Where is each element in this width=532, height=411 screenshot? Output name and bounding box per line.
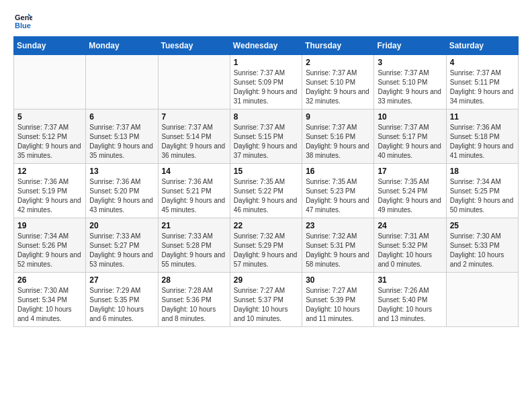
weekday-header-monday: Monday xyxy=(86,37,158,55)
calendar-cell: 5Sunrise: 7:37 AM Sunset: 5:12 PM Daylig… xyxy=(14,109,86,164)
calendar-cell: 9Sunrise: 7:37 AM Sunset: 5:16 PM Daylig… xyxy=(302,109,374,164)
day-info: Sunrise: 7:30 AM Sunset: 5:33 PM Dayligh… xyxy=(450,232,515,269)
day-number: 15 xyxy=(234,167,298,176)
calendar-cell: 11Sunrise: 7:36 AM Sunset: 5:18 PM Dayli… xyxy=(446,109,518,164)
day-info: Sunrise: 7:35 AM Sunset: 5:23 PM Dayligh… xyxy=(306,177,370,215)
day-number: 21 xyxy=(162,221,226,230)
day-info: Sunrise: 7:35 AM Sunset: 5:22 PM Dayligh… xyxy=(234,177,298,215)
calendar-cell xyxy=(14,55,86,109)
weekday-header-thursday: Thursday xyxy=(302,37,374,55)
day-number: 29 xyxy=(234,275,298,285)
calendar-cell: 7Sunrise: 7:37 AM Sunset: 5:14 PM Daylig… xyxy=(158,109,230,164)
day-number: 16 xyxy=(306,167,370,176)
svg-text:Blue: Blue xyxy=(15,21,31,30)
calendar-cell: 27Sunrise: 7:29 AM Sunset: 5:35 PM Dayli… xyxy=(86,273,158,327)
day-info: Sunrise: 7:34 AM Sunset: 5:26 PM Dayligh… xyxy=(17,232,82,269)
logo: General Blue xyxy=(13,11,34,30)
day-info: Sunrise: 7:30 AM Sunset: 5:34 PM Dayligh… xyxy=(17,286,82,324)
day-number: 2 xyxy=(306,58,370,67)
calendar-cell: 25Sunrise: 7:30 AM Sunset: 5:33 PM Dayli… xyxy=(446,218,518,273)
day-info: Sunrise: 7:27 AM Sunset: 5:37 PM Dayligh… xyxy=(234,286,298,324)
day-number: 26 xyxy=(17,275,82,285)
calendar-cell: 23Sunrise: 7:32 AM Sunset: 5:31 PM Dayli… xyxy=(302,218,374,273)
calendar-cell: 29Sunrise: 7:27 AM Sunset: 5:37 PM Dayli… xyxy=(230,273,302,327)
day-info: Sunrise: 7:37 AM Sunset: 5:10 PM Dayligh… xyxy=(378,68,442,106)
calendar-cell: 26Sunrise: 7:30 AM Sunset: 5:34 PM Dayli… xyxy=(14,273,86,327)
day-info: Sunrise: 7:33 AM Sunset: 5:27 PM Dayligh… xyxy=(89,232,154,269)
day-number: 1 xyxy=(234,58,298,67)
weekday-header-saturday: Saturday xyxy=(446,37,518,55)
day-number: 13 xyxy=(89,167,154,176)
day-number: 9 xyxy=(306,112,370,122)
day-number: 22 xyxy=(234,221,298,230)
page-header: General Blue xyxy=(13,11,519,30)
day-number: 24 xyxy=(378,221,442,230)
weekday-header-row: SundayMondayTuesdayWednesdayThursdayFrid… xyxy=(14,37,519,55)
day-info: Sunrise: 7:36 AM Sunset: 5:21 PM Dayligh… xyxy=(162,177,226,215)
day-info: Sunrise: 7:36 AM Sunset: 5:19 PM Dayligh… xyxy=(17,177,82,215)
calendar-cell: 31Sunrise: 7:26 AM Sunset: 5:40 PM Dayli… xyxy=(374,273,446,327)
calendar-table: SundayMondayTuesdayWednesdayThursdayFrid… xyxy=(13,36,519,327)
day-number: 28 xyxy=(162,275,226,285)
calendar-cell: 18Sunrise: 7:34 AM Sunset: 5:25 PM Dayli… xyxy=(446,164,518,218)
day-info: Sunrise: 7:34 AM Sunset: 5:25 PM Dayligh… xyxy=(450,177,515,215)
logo-icon: General Blue xyxy=(13,11,32,30)
calendar-cell xyxy=(446,273,518,327)
day-info: Sunrise: 7:33 AM Sunset: 5:28 PM Dayligh… xyxy=(162,232,226,269)
calendar-week-4: 19Sunrise: 7:34 AM Sunset: 5:26 PM Dayli… xyxy=(14,218,519,273)
day-info: Sunrise: 7:37 AM Sunset: 5:10 PM Dayligh… xyxy=(306,68,370,106)
day-number: 20 xyxy=(89,221,154,230)
day-info: Sunrise: 7:37 AM Sunset: 5:11 PM Dayligh… xyxy=(450,68,515,106)
day-number: 23 xyxy=(306,221,370,230)
calendar-cell: 17Sunrise: 7:35 AM Sunset: 5:24 PM Dayli… xyxy=(374,164,446,218)
day-info: Sunrise: 7:37 AM Sunset: 5:15 PM Dayligh… xyxy=(234,123,298,161)
calendar-cell: 4Sunrise: 7:37 AM Sunset: 5:11 PM Daylig… xyxy=(446,55,518,109)
day-number: 12 xyxy=(17,167,82,176)
day-info: Sunrise: 7:37 AM Sunset: 5:14 PM Dayligh… xyxy=(162,123,226,161)
day-number: 4 xyxy=(450,58,515,67)
calendar-week-2: 5Sunrise: 7:37 AM Sunset: 5:12 PM Daylig… xyxy=(14,109,519,164)
calendar-cell: 14Sunrise: 7:36 AM Sunset: 5:21 PM Dayli… xyxy=(158,164,230,218)
svg-text:General: General xyxy=(15,13,32,21)
calendar-cell: 15Sunrise: 7:35 AM Sunset: 5:22 PM Dayli… xyxy=(230,164,302,218)
calendar-cell: 10Sunrise: 7:37 AM Sunset: 5:17 PM Dayli… xyxy=(374,109,446,164)
day-number: 3 xyxy=(378,58,442,67)
weekday-header-tuesday: Tuesday xyxy=(158,37,230,55)
calendar-cell: 19Sunrise: 7:34 AM Sunset: 5:26 PM Dayli… xyxy=(14,218,86,273)
day-number: 10 xyxy=(378,112,442,122)
calendar-cell: 12Sunrise: 7:36 AM Sunset: 5:19 PM Dayli… xyxy=(14,164,86,218)
day-number: 18 xyxy=(450,167,515,176)
calendar-cell xyxy=(86,55,158,109)
weekday-header-wednesday: Wednesday xyxy=(230,37,302,55)
day-info: Sunrise: 7:37 AM Sunset: 5:17 PM Dayligh… xyxy=(378,123,442,161)
day-number: 14 xyxy=(162,167,226,176)
calendar-week-1: 1Sunrise: 7:37 AM Sunset: 5:09 PM Daylig… xyxy=(14,55,519,109)
day-info: Sunrise: 7:37 AM Sunset: 5:09 PM Dayligh… xyxy=(234,68,298,106)
day-number: 30 xyxy=(306,275,370,285)
calendar-cell: 2Sunrise: 7:37 AM Sunset: 5:10 PM Daylig… xyxy=(302,55,374,109)
day-info: Sunrise: 7:36 AM Sunset: 5:20 PM Dayligh… xyxy=(89,177,154,215)
day-number: 8 xyxy=(234,112,298,122)
day-info: Sunrise: 7:32 AM Sunset: 5:29 PM Dayligh… xyxy=(234,232,298,269)
day-number: 19 xyxy=(17,221,82,230)
calendar-cell: 6Sunrise: 7:37 AM Sunset: 5:13 PM Daylig… xyxy=(86,109,158,164)
calendar-cell: 30Sunrise: 7:27 AM Sunset: 5:39 PM Dayli… xyxy=(302,273,374,327)
calendar-week-5: 26Sunrise: 7:30 AM Sunset: 5:34 PM Dayli… xyxy=(14,273,519,327)
day-info: Sunrise: 7:26 AM Sunset: 5:40 PM Dayligh… xyxy=(378,286,442,324)
day-info: Sunrise: 7:35 AM Sunset: 5:24 PM Dayligh… xyxy=(378,177,442,215)
day-number: 25 xyxy=(450,221,515,230)
calendar-week-3: 12Sunrise: 7:36 AM Sunset: 5:19 PM Dayli… xyxy=(14,164,519,218)
calendar-cell: 21Sunrise: 7:33 AM Sunset: 5:28 PM Dayli… xyxy=(158,218,230,273)
day-info: Sunrise: 7:37 AM Sunset: 5:12 PM Dayligh… xyxy=(17,123,82,161)
day-number: 31 xyxy=(378,275,442,285)
calendar-cell: 24Sunrise: 7:31 AM Sunset: 5:32 PM Dayli… xyxy=(374,218,446,273)
day-number: 17 xyxy=(378,167,442,176)
calendar-cell: 13Sunrise: 7:36 AM Sunset: 5:20 PM Dayli… xyxy=(86,164,158,218)
day-number: 27 xyxy=(89,275,154,285)
day-info: Sunrise: 7:28 AM Sunset: 5:36 PM Dayligh… xyxy=(162,286,226,324)
calendar-cell xyxy=(158,55,230,109)
weekday-header-sunday: Sunday xyxy=(14,37,86,55)
day-info: Sunrise: 7:37 AM Sunset: 5:16 PM Dayligh… xyxy=(306,123,370,161)
day-info: Sunrise: 7:36 AM Sunset: 5:18 PM Dayligh… xyxy=(450,123,515,161)
day-number: 11 xyxy=(450,112,515,122)
